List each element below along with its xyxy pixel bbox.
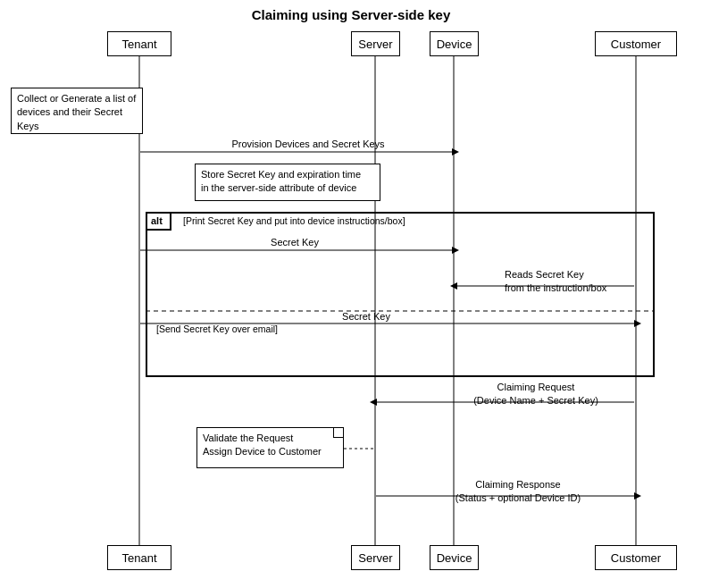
msg-secretkey2-label: Secret Key bbox=[313, 311, 420, 322]
alt-guard2: [Send Secret Key over email] bbox=[156, 323, 278, 334]
msg-reads-label: Reads Secret Keyfrom the instruction/box bbox=[505, 268, 648, 296]
customer-bottom-box: Customer bbox=[595, 545, 677, 570]
svg-marker-16 bbox=[370, 399, 377, 406]
customer-top-box: Customer bbox=[595, 31, 677, 56]
note-collect: Collect or Generate a list ofdevices and… bbox=[11, 88, 143, 134]
svg-marker-7 bbox=[452, 148, 459, 155]
tenant-bottom-box: Tenant bbox=[107, 545, 171, 570]
svg-marker-19 bbox=[634, 492, 641, 500]
tenant-top-box: Tenant bbox=[107, 31, 171, 56]
device-top-box: Device bbox=[430, 31, 479, 56]
alt-guard1: [Print Secret Key and put into device in… bbox=[183, 215, 405, 226]
msg-secretkey1-label: Secret Key bbox=[241, 237, 348, 248]
msg-claiming-req-label: Claiming Request(Device Name + Secret Ke… bbox=[438, 381, 634, 408]
note-store: Store Secret Key and expiration timein t… bbox=[195, 164, 380, 201]
note-validate: Validate the RequestAssign Device to Cus… bbox=[196, 427, 344, 468]
msg-claiming-resp-label: Claiming Response(Status + optional Devi… bbox=[420, 478, 616, 506]
diagram-title: Claiming using Server-side key bbox=[0, 0, 702, 26]
server-bottom-box: Server bbox=[351, 545, 400, 570]
alt-keyword: alt bbox=[151, 215, 163, 226]
msg-provision-label: Provision Devices and Secret Keys bbox=[179, 139, 438, 149]
diagram-container: Claiming using Server-side key bbox=[0, 0, 702, 588]
device-bottom-box: Device bbox=[430, 545, 479, 570]
server-top-box: Server bbox=[351, 31, 400, 56]
